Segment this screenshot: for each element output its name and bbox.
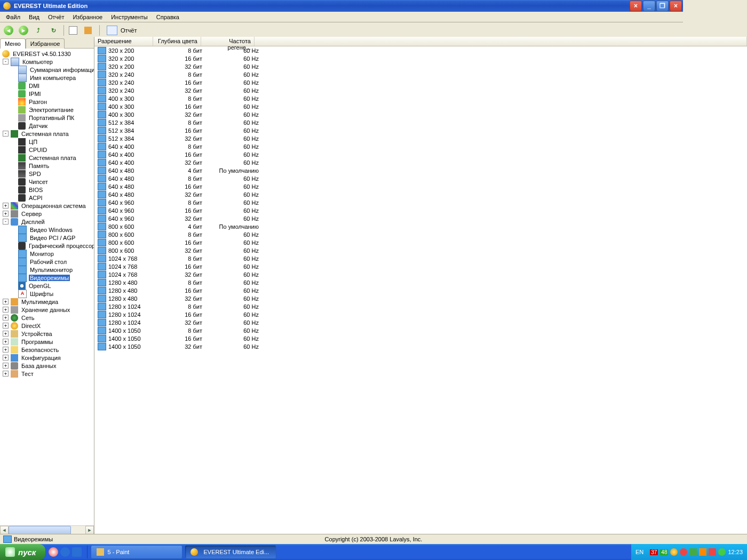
expand-toggle[interactable]: + (3, 315, 9, 321)
tree-item[interactable]: +Хранение данных (0, 306, 94, 314)
list-item[interactable]: 640 x 40016 бит60 Hz (94, 150, 683, 158)
list-item[interactable]: 512 x 38416 бит60 Hz (94, 126, 683, 134)
list-item[interactable]: 1280 x 48016 бит60 Hz (94, 286, 683, 294)
tree-item[interactable]: Суммарная информация (0, 66, 94, 74)
tree-item[interactable]: Разгон (0, 98, 94, 106)
expand-toggle[interactable]: + (3, 323, 9, 329)
expand-toggle[interactable]: + (3, 363, 9, 369)
tree-item[interactable]: Системная плата (0, 154, 94, 162)
tree-item[interactable]: Портативный ПК (0, 114, 94, 122)
tree-item[interactable]: EVEREST v4.50.1330 (0, 50, 94, 58)
list-item[interactable]: 1400 x 105016 бит60 Hz (94, 334, 683, 342)
nav-forward-button[interactable]: ► (17, 24, 30, 37)
list-item[interactable]: 640 x 48016 бит60 Hz (94, 182, 683, 190)
tree-item[interactable]: Монитор (0, 250, 94, 258)
list-item[interactable]: 800 x 60016 бит60 Hz (94, 238, 683, 246)
maximize-button[interactable]: ❐ (656, 1, 669, 11)
list-item[interactable]: 512 x 38432 бит60 Hz (94, 134, 683, 142)
toolbar-btn-1[interactable] (68, 24, 81, 37)
tree-item[interactable]: Имя компьютера (0, 74, 94, 82)
tree-item[interactable]: +Тест (0, 370, 94, 378)
expand-toggle[interactable]: + (3, 371, 9, 377)
tree-item[interactable]: Электропитание (0, 106, 94, 114)
tree-item[interactable]: Видео PCI / AGP (0, 234, 94, 242)
expand-toggle[interactable]: - (3, 59, 9, 65)
tree-item[interactable]: DMI (0, 82, 94, 90)
col-depth[interactable]: Глубина цвета (153, 37, 201, 46)
tree-item[interactable]: -Компьютер (0, 58, 94, 66)
list-item[interactable]: 640 x 96016 бит60 Hz (94, 206, 683, 214)
tree-item[interactable]: +DirectX (0, 322, 94, 330)
list-item[interactable]: 320 x 24016 бит60 Hz (94, 78, 683, 86)
list-item[interactable]: 1400 x 105032 бит60 Hz (94, 342, 683, 350)
close-button[interactable]: × (670, 1, 682, 11)
list-item[interactable]: 1280 x 4808 бит60 Hz (94, 278, 683, 286)
expand-toggle[interactable]: + (3, 299, 9, 305)
tree-item[interactable]: SPD (0, 170, 94, 178)
expand-toggle[interactable]: + (3, 331, 9, 337)
expand-toggle[interactable]: - (3, 131, 9, 137)
list-item[interactable]: 320 x 2008 бит60 Hz (94, 46, 683, 54)
list-item[interactable]: 1280 x 102432 бит60 Hz (94, 318, 683, 326)
list-item[interactable]: 640 x 4808 бит60 Hz (94, 174, 683, 182)
list-item[interactable]: 400 x 30032 бит60 Hz (94, 110, 683, 118)
col-refresh[interactable]: Частота регене... (201, 37, 255, 46)
nav-tree[interactable]: EVEREST v4.50.1330-КомпьютерСуммарная ин… (0, 49, 94, 512)
list-item[interactable]: 1280 x 10248 бит60 Hz (94, 302, 683, 310)
menu-favorites[interactable]: Избранное (69, 13, 106, 21)
list-item[interactable]: 320 x 24032 бит60 Hz (94, 86, 683, 94)
tree-item[interactable]: AШрифты (0, 290, 94, 298)
list-item[interactable]: 1024 x 7688 бит60 Hz (94, 254, 683, 262)
tree-item[interactable]: BIOS (0, 186, 94, 194)
tree-item[interactable]: Датчик (0, 122, 94, 130)
expand-toggle[interactable]: + (3, 347, 9, 353)
tree-item[interactable]: Мультимонитор (0, 266, 94, 274)
list-item[interactable]: 800 x 60032 бит60 Hz (94, 246, 683, 254)
list-item[interactable]: 800 x 6004 битПо умолчанию (94, 222, 683, 230)
tree-item[interactable]: +Программы (0, 338, 94, 346)
list-item[interactable]: 320 x 20032 бит60 Hz (94, 62, 683, 70)
tree-item[interactable]: Видеорежимы (0, 274, 94, 282)
list-item[interactable]: 320 x 2408 бит60 Hz (94, 70, 683, 78)
column-header[interactable]: Разрешение Глубина цвета Частота регене.… (94, 37, 683, 46)
menu-file[interactable]: Файл (2, 13, 24, 21)
list-item[interactable]: 320 x 20016 бит60 Hz (94, 54, 683, 62)
tree-item[interactable]: Рабочий стол (0, 258, 94, 266)
tree-item[interactable]: +Сервер (0, 210, 94, 218)
menu-report[interactable]: Отчёт (44, 13, 68, 21)
list-item[interactable]: 1400 x 10508 бит60 Hz (94, 326, 683, 334)
list-item[interactable]: 1280 x 102416 бит60 Hz (94, 310, 683, 318)
tree-item[interactable]: Память (0, 162, 94, 170)
tree-item[interactable]: Видео Windows (0, 226, 94, 234)
list-item[interactable]: 800 x 6008 бит60 Hz (94, 230, 683, 238)
refresh-button[interactable]: ↻ (47, 24, 60, 37)
col-resolution[interactable]: Разрешение (94, 37, 153, 46)
list-item[interactable]: 1024 x 76832 бит60 Hz (94, 270, 683, 278)
minimize-button[interactable]: _ (643, 1, 655, 11)
tree-item[interactable]: -Дисплей (0, 218, 94, 226)
list-item[interactable]: 400 x 3008 бит60 Hz (94, 94, 683, 102)
menu-help[interactable]: Справка (153, 13, 183, 21)
tab-menu[interactable]: Меню (0, 38, 26, 49)
expand-toggle[interactable]: + (3, 211, 9, 217)
list-item[interactable]: 640 x 48032 бит60 Hz (94, 190, 683, 198)
tree-item[interactable]: +Безопасность (0, 346, 94, 354)
tree-item[interactable]: +Сеть (0, 314, 94, 322)
expand-toggle[interactable]: + (3, 203, 9, 209)
tree-item[interactable]: ЦП (0, 138, 94, 146)
tree-item[interactable]: Графический процессор (0, 242, 94, 250)
toolbar-btn-2[interactable] (83, 24, 96, 37)
list-item[interactable]: 512 x 3848 бит60 Hz (94, 118, 683, 126)
tree-item[interactable]: +Операционная система (0, 202, 94, 210)
tree-item[interactable]: OpenGL (0, 282, 94, 290)
tree-item[interactable]: -Системная плата (0, 130, 94, 138)
menu-view[interactable]: Вид (25, 13, 43, 21)
list-item[interactable]: 1280 x 48032 бит60 Hz (94, 294, 683, 302)
list-item[interactable]: 640 x 4804 битПо умолчанию (94, 166, 683, 174)
expand-toggle[interactable]: + (3, 339, 9, 345)
tree-item[interactable]: IPMI (0, 90, 94, 98)
menu-tools[interactable]: Инструменты (107, 13, 152, 21)
tree-item[interactable]: +База данных (0, 362, 94, 370)
nav-up-button[interactable]: ⤴ (32, 24, 45, 37)
expand-toggle[interactable]: + (3, 355, 9, 361)
